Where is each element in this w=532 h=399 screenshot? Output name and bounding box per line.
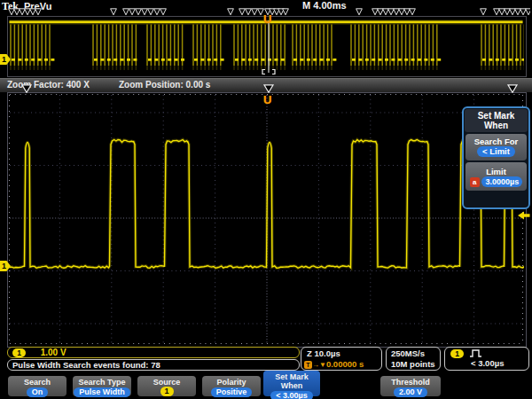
pulse-width-icon (469, 348, 482, 357)
multipurpose-knob-a-icon: a (470, 177, 480, 187)
menu-button-set-mark-when[interactable]: Set Mark When< 3.00µs (263, 371, 320, 396)
limit-label: Limit (466, 167, 527, 176)
zoom-waveform (8, 93, 524, 345)
limit-button[interactable]: Limit a 3.0000µs (466, 162, 527, 191)
search-events-text: Pulse Width Search events found: 78 (12, 360, 160, 370)
menu-button-value: 2.00 V (394, 387, 427, 397)
bottom-menu: SearchOnSearch TypePulse WidthSource1Pol… (0, 371, 532, 397)
zoom-scale-text: Z 10.0µs (307, 348, 381, 358)
menu-button-label: Source (137, 376, 196, 387)
zoom-waveform-window (7, 92, 527, 348)
expansion-point-marker-zoom: U (263, 95, 271, 106)
menu-button-label: Search (8, 376, 66, 387)
menu-button-label: Threshold (380, 376, 441, 387)
menu-button-value: < 3.00µs (270, 391, 312, 399)
expansion-point-marker-overview: U (263, 14, 271, 25)
channel1-readout: 1 1.00 V (7, 347, 300, 358)
trigger-pulse-width: < 3.00µs (471, 358, 528, 368)
menu-button-label: Search Type (73, 376, 131, 387)
trigger-position-value: 0.00000 s (326, 359, 364, 369)
menu-button-label: Polarity (202, 376, 261, 387)
limit-value: 3.0000µs (481, 176, 522, 187)
menu-button-source[interactable]: Source1 (137, 376, 196, 396)
record-length: 10M points (391, 359, 440, 369)
trigger-source-badge: 1 (450, 349, 464, 358)
menu-button-value: On (27, 387, 49, 397)
trigger-t-icon: T (304, 361, 312, 369)
trigger-level-arrow (518, 211, 530, 220)
search-for-button[interactable]: Search For < Limit (466, 134, 527, 160)
side-menu-title-line1: Set Mark (465, 111, 528, 121)
zoom-timebase-readout: Z 10.0µs T→▼0.00000 s (301, 347, 382, 371)
trigger-arrow-icon: →▼ (312, 361, 326, 369)
side-menu-set-mark-when: Set Mark When Search For < Limit Limit a… (462, 106, 530, 209)
sample-rate: 250MS/s (391, 348, 440, 358)
search-for-value: < Limit (477, 146, 515, 157)
oscilloscope-screen: Tek PreVu M 4.00ms U 1 Zoom Factor: 400 … (0, 0, 532, 399)
menu-button-search-type[interactable]: Search TypePulse Width (73, 376, 131, 396)
channel1-badge: 1 (12, 348, 26, 357)
search-for-label: Search For (466, 137, 527, 146)
channel1-scale: 1.00 V (41, 348, 66, 357)
menu-button-threshold[interactable]: Threshold2.00 V (380, 376, 441, 396)
menu-button-polarity[interactable]: PolarityPositive (202, 376, 261, 396)
menu-button-value: Pulse Width (74, 387, 129, 397)
acquisition-readout: 250MS/s 10M points (386, 347, 441, 371)
search-events-readout: Pulse Width Search events found: 78 (7, 359, 300, 371)
side-menu-title-line2: When (465, 121, 528, 130)
side-menu-title: Set Mark When (465, 109, 528, 132)
trigger-readout: 1 < 3.00µs (444, 347, 529, 371)
zoom-search-marks (7, 84, 525, 93)
menu-button-value: Positive (211, 387, 253, 397)
menu-button-search[interactable]: SearchOn (8, 376, 66, 396)
menu-button-value: 1 (160, 387, 174, 396)
menu-button-label: Set Mark When (263, 371, 320, 390)
